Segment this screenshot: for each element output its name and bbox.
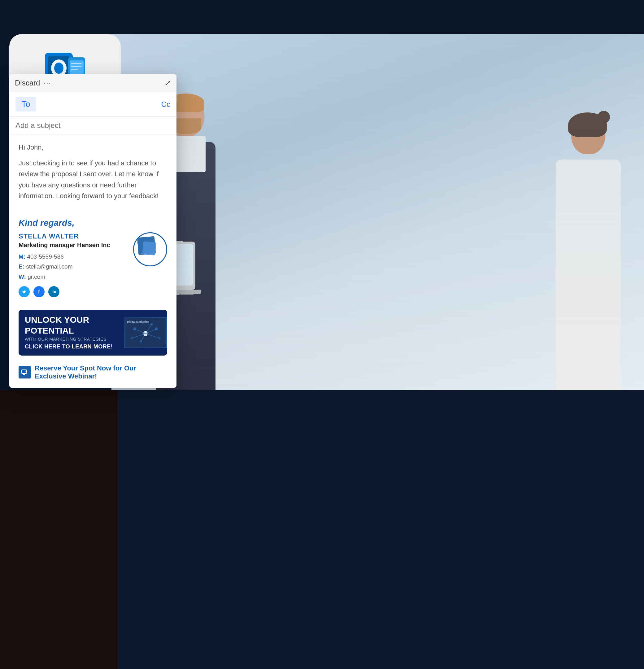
photo-background [112,34,644,390]
webinar-text: Reserve Your Spot Now for Our Exclusive … [35,364,167,380]
linkedin-icon[interactable] [48,286,59,297]
svg-point-27 [144,331,147,333]
discard-label: Discard [15,79,40,87]
email-toolbar: Discard ··· ⤢ [9,74,176,92]
to-button[interactable]: To [15,97,36,112]
webinar-icon [18,366,31,379]
email-body: Hi John, Just checking in to see if you … [9,134,176,218]
webinar-link[interactable]: Reserve Your Spot Now for Our Exclusive … [9,360,176,388]
email-window: Discard ··· ⤢ To Cc Hi John, Just checki… [9,74,176,388]
svg-text:Digital Marketing: Digital Marketing [127,320,149,323]
company-logo [133,232,167,266]
social-icons-row [18,286,167,297]
sig-phone: M: 403-5559-586 [18,252,127,262]
sig-website: W: gr.com [18,272,127,282]
cc-button[interactable]: Cc [161,100,170,109]
email-greeting: Hi John, [18,142,167,153]
banner-title-line2: POTENTIAL [25,326,118,336]
female-figure [542,105,635,390]
to-field-row: To Cc [9,92,176,117]
banner-cta: CLICK HERE TO LEARN MORE! [25,343,118,350]
to-input[interactable] [41,100,158,109]
facebook-icon[interactable] [33,286,45,297]
marketing-banner[interactable]: UNLOCK YOUR POTENTIAL WITH OUR MARKETING… [18,310,167,356]
sig-title: Marketing manager Hansen Inc [18,242,127,249]
sig-email: E: stella@gmail.com [18,262,127,272]
subject-input[interactable] [15,121,170,130]
expand-icon[interactable]: ⤢ [165,79,171,87]
email-text: Just checking in to see if you had a cha… [18,158,167,201]
kind-regards: Kind regards, [18,218,167,228]
subject-row [9,117,176,134]
svg-rect-5 [70,60,84,76]
more-options-icon[interactable]: ··· [44,79,51,87]
svg-point-3 [54,62,63,74]
banner-image: Digital Marketing [124,317,167,348]
bottom-left-dark [0,390,118,669]
svg-rect-28 [144,333,147,336]
banner-title-line1: UNLOCK YOUR [25,315,118,325]
twitter-icon[interactable] [18,286,30,297]
sig-name: STELLA WALTER [18,232,127,240]
email-signature: Kind regards, STELLA WALTER Marketing ma… [9,218,176,310]
banner-subtitle: WITH OUR MARKETING STRATEGIES [25,337,118,342]
